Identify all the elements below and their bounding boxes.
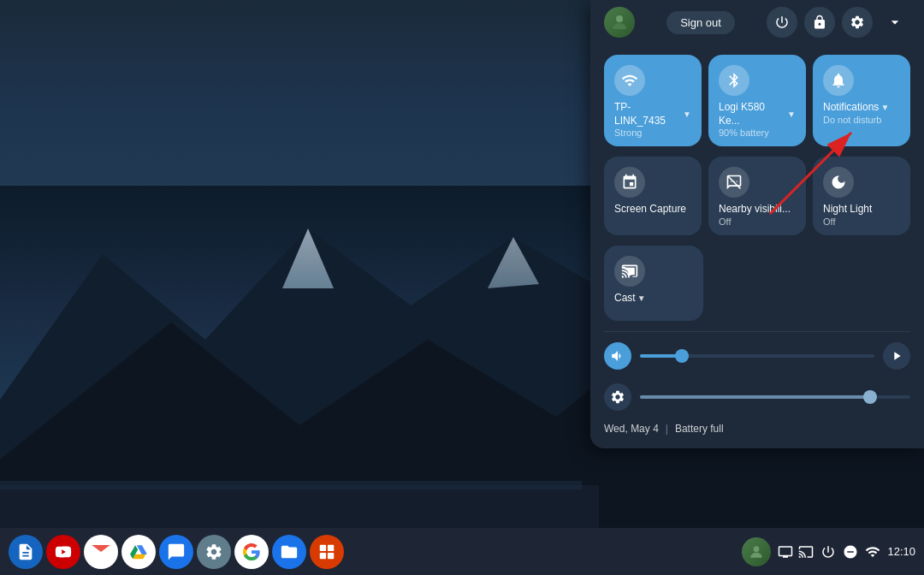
taskbar-right: 12:10 bbox=[742, 537, 915, 566]
notifications-label-row: Notifications ▼ bbox=[823, 101, 889, 115]
volume-track[interactable] bbox=[640, 354, 874, 358]
cast-icon bbox=[614, 256, 645, 287]
svg-point-17 bbox=[754, 546, 760, 552]
taskbar-apps bbox=[9, 535, 344, 569]
svg-rect-14 bbox=[328, 544, 334, 550]
taskbar-clock: 12:10 bbox=[887, 545, 915, 558]
volume-thumb[interactable] bbox=[675, 349, 689, 363]
screen-capture-label: Screen Capture bbox=[614, 203, 686, 216]
cast-dropdown-arrow: ▼ bbox=[637, 293, 646, 303]
wifi-sublabel: Strong bbox=[614, 127, 642, 138]
nearby-share-tile[interactable]: Nearby visibili... Off bbox=[708, 157, 806, 235]
night-light-label: Night Light bbox=[823, 203, 872, 216]
svg-rect-13 bbox=[320, 544, 326, 550]
volume-icon bbox=[604, 342, 631, 370]
taskbar-wifi-icon bbox=[865, 544, 880, 560]
settings-button[interactable] bbox=[842, 7, 873, 38]
taskbar-status-icons bbox=[778, 544, 814, 560]
taskbar-app-office[interactable] bbox=[310, 535, 344, 569]
quick-settings-panel: Sign out bbox=[590, 0, 924, 448]
status-battery: Battery full bbox=[675, 423, 724, 435]
cast-tile[interactable]: Cast ▼ bbox=[604, 246, 703, 321]
bluetooth-tile[interactable]: Logi K580 Ke... ▼ 90% battery bbox=[708, 55, 806, 146]
svg-rect-7 bbox=[0, 481, 582, 489]
nearby-share-label: Nearby visibili... bbox=[719, 203, 791, 216]
bluetooth-dropdown-arrow: ▼ bbox=[787, 110, 796, 119]
bluetooth-icon bbox=[719, 65, 749, 96]
notifications-dropdown-arrow: ▼ bbox=[880, 103, 889, 112]
cast-label: Cast bbox=[614, 292, 636, 305]
cast-label-row: Cast ▼ bbox=[614, 292, 646, 305]
brightness-icon bbox=[604, 383, 631, 411]
taskbar-app-docs[interactable] bbox=[9, 535, 43, 569]
nearby-share-icon bbox=[719, 167, 749, 198]
brightness-thumb[interactable] bbox=[863, 390, 877, 404]
taskbar-app-messages[interactable] bbox=[159, 535, 193, 569]
notifications-sublabel: Do not disturb bbox=[823, 115, 881, 125]
wifi-tile[interactable]: TP-LINK_7435 ▼ Strong bbox=[604, 55, 702, 146]
brightness-track[interactable] bbox=[640, 395, 910, 399]
cast-row: Cast ▼ bbox=[590, 246, 924, 331]
volume-slider-row bbox=[590, 335, 924, 376]
screen-capture-tile[interactable]: Screen Capture bbox=[604, 157, 702, 235]
quick-tiles-row1: TP-LINK_7435 ▼ Strong Logi K580 Ke... ▼ … bbox=[590, 44, 924, 157]
svg-point-8 bbox=[616, 15, 623, 22]
wifi-icon bbox=[614, 65, 645, 96]
bluetooth-sublabel: 90% battery bbox=[719, 127, 769, 138]
taskbar-app-gmail[interactable] bbox=[84, 535, 118, 569]
brightness-fill bbox=[640, 395, 870, 399]
notifications-icon bbox=[823, 65, 854, 96]
bluetooth-label-row: Logi K580 Ke... ▼ bbox=[719, 101, 796, 127]
quick-tiles-row2: Screen Capture Nearby visibili... Off bbox=[590, 157, 924, 246]
sign-out-button[interactable]: Sign out bbox=[666, 11, 735, 34]
notifications-label: Notifications bbox=[823, 101, 879, 115]
volume-expand-button[interactable] bbox=[883, 342, 910, 370]
panel-statusbar: Wed, May 4 | Battery full bbox=[590, 418, 924, 435]
taskbar-app-files[interactable] bbox=[272, 535, 306, 569]
wifi-dropdown-arrow: ▼ bbox=[683, 110, 691, 119]
night-light-sublabel: Off bbox=[823, 216, 835, 227]
user-avatar[interactable] bbox=[604, 7, 635, 38]
screen-capture-icon bbox=[614, 167, 645, 198]
separator bbox=[604, 331, 910, 332]
notifications-tile[interactable]: Notifications ▼ Do not disturb bbox=[813, 55, 910, 146]
taskbar-app-settings[interactable] bbox=[197, 535, 231, 569]
taskbar-avatar[interactable] bbox=[742, 537, 771, 566]
screen-icon bbox=[778, 544, 793, 560]
night-light-tile[interactable]: Night Light Off bbox=[813, 157, 910, 235]
svg-rect-15 bbox=[320, 552, 326, 558]
nearby-share-sublabel: Off bbox=[719, 216, 731, 227]
taskbar-app-google[interactable] bbox=[234, 535, 269, 569]
status-date: Wed, May 4 bbox=[604, 423, 659, 435]
panel-topbar: Sign out bbox=[590, 0, 924, 44]
taskbar: 12:10 bbox=[0, 528, 924, 575]
wifi-label: TP-LINK_7435 bbox=[614, 101, 681, 127]
wifi-label-row: TP-LINK_7435 ▼ bbox=[614, 101, 691, 127]
night-light-icon bbox=[823, 167, 854, 198]
brightness-slider-row bbox=[590, 376, 924, 418]
expand-button[interactable] bbox=[880, 7, 910, 38]
status-divider: | bbox=[666, 423, 668, 435]
bluetooth-label: Logi K580 Ke... bbox=[719, 101, 785, 127]
cast-taskbar-icon bbox=[798, 544, 814, 560]
taskbar-app-youtube[interactable] bbox=[46, 535, 80, 569]
svg-rect-6 bbox=[0, 485, 599, 528]
taskbar-dnd-icon[interactable] bbox=[843, 544, 858, 560]
taskbar-app-drive[interactable] bbox=[121, 535, 156, 569]
taskbar-power-icon[interactable] bbox=[820, 544, 836, 560]
lock-button[interactable] bbox=[804, 7, 835, 38]
panel-system-icons bbox=[767, 7, 910, 38]
svg-rect-16 bbox=[328, 552, 334, 558]
power-button[interactable] bbox=[767, 7, 797, 38]
